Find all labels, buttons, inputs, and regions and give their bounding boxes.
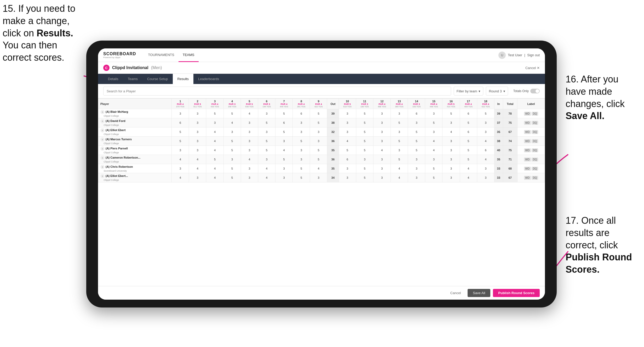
score-hole-1[interactable]: 3 bbox=[172, 146, 189, 155]
score-hole-16[interactable]: 5 bbox=[442, 109, 460, 118]
score-hole-14[interactable]: 3 bbox=[408, 164, 425, 173]
score-hole-7[interactable]: 5 bbox=[275, 127, 292, 137]
score-hole-8[interactable]: 3 bbox=[293, 127, 310, 137]
score-hole-16[interactable]: 3 bbox=[442, 137, 460, 146]
score-hole-1[interactable]: 4 bbox=[172, 173, 189, 182]
score-hole-8[interactable]: 3 bbox=[293, 155, 310, 164]
score-hole-3[interactable]: 4 bbox=[206, 137, 223, 146]
score-hole-6[interactable]: 5 bbox=[258, 137, 275, 146]
score-hole-14[interactable]: 3 bbox=[408, 118, 425, 127]
score-hole-12[interactable]: 3 bbox=[373, 118, 390, 127]
score-hole-13[interactable]: 5 bbox=[390, 155, 408, 164]
score-hole-3[interactable]: 4 bbox=[206, 127, 223, 137]
score-hole-11[interactable]: 5 bbox=[356, 109, 373, 118]
score-hole-4[interactable]: 5 bbox=[223, 164, 241, 173]
score-hole-17[interactable]: 6 bbox=[460, 127, 477, 137]
score-hole-2[interactable]: 3 bbox=[189, 137, 206, 146]
score-hole-8[interactable]: 6 bbox=[293, 109, 310, 118]
score-hole-10[interactable]: 6 bbox=[339, 155, 356, 164]
score-hole-2[interactable]: 4 bbox=[189, 164, 206, 173]
score-hole-13[interactable]: 3 bbox=[390, 127, 408, 137]
score-hole-14[interactable]: 5 bbox=[408, 127, 425, 137]
save-all-button[interactable]: Save All bbox=[468, 289, 490, 297]
score-hole-18[interactable]: 4 bbox=[477, 137, 494, 146]
score-hole-2[interactable]: 3 bbox=[189, 146, 206, 155]
score-hole-15[interactable]: 3 bbox=[425, 155, 442, 164]
score-hole-17[interactable]: 4 bbox=[460, 164, 477, 173]
score-hole-18[interactable]: 3 bbox=[477, 118, 494, 127]
score-hole-2[interactable]: 3 bbox=[189, 109, 206, 118]
publish-round-scores-button[interactable]: Publish Round Scores bbox=[493, 289, 540, 297]
nav-teams[interactable]: TEAMS bbox=[179, 48, 199, 62]
score-hole-6[interactable]: 3 bbox=[258, 155, 275, 164]
score-hole-5[interactable]: 3 bbox=[241, 137, 258, 146]
cancel-tournament-btn[interactable]: Cancel ✕ bbox=[525, 66, 540, 70]
score-hole-18[interactable]: 3 bbox=[477, 173, 494, 182]
score-hole-9[interactable]: 3 bbox=[310, 127, 327, 137]
score-hole-6[interactable]: 4 bbox=[258, 173, 275, 182]
score-hole-13[interactable]: 4 bbox=[390, 164, 408, 173]
score-hole-7[interactable]: 5 bbox=[275, 155, 292, 164]
dq-button[interactable]: DQ bbox=[532, 112, 538, 116]
score-hole-7[interactable]: 3 bbox=[275, 137, 292, 146]
score-hole-13[interactable]: 3 bbox=[390, 146, 408, 155]
filter-team-dropdown[interactable]: Filter by team ▾ bbox=[454, 87, 484, 96]
search-input[interactable] bbox=[103, 87, 451, 96]
score-hole-7[interactable]: 3 bbox=[275, 164, 292, 173]
score-hole-6[interactable]: 5 bbox=[258, 118, 275, 127]
score-hole-4[interactable]: 5 bbox=[223, 173, 241, 182]
dq-button[interactable]: DQ bbox=[532, 139, 538, 143]
score-hole-9[interactable]: 5 bbox=[310, 109, 327, 118]
score-hole-16[interactable]: 3 bbox=[442, 146, 460, 155]
score-hole-3[interactable]: 4 bbox=[206, 146, 223, 155]
score-hole-7[interactable]: 3 bbox=[275, 173, 292, 182]
totals-only-toggle[interactable]: Totals Only bbox=[513, 89, 540, 93]
score-hole-1[interactable]: 3 bbox=[172, 164, 189, 173]
sign-out-link[interactable]: Sign out bbox=[527, 53, 540, 57]
score-hole-16[interactable]: 3 bbox=[442, 155, 460, 164]
score-hole-10[interactable]: 5 bbox=[339, 146, 356, 155]
score-hole-11[interactable]: 5 bbox=[356, 173, 373, 182]
score-hole-12[interactable]: 4 bbox=[373, 146, 390, 155]
score-hole-9[interactable]: 3 bbox=[310, 137, 327, 146]
score-hole-4[interactable]: 4 bbox=[223, 118, 241, 127]
dq-button[interactable]: DQ bbox=[532, 167, 538, 171]
score-hole-2[interactable]: 4 bbox=[189, 155, 206, 164]
score-hole-12[interactable]: 3 bbox=[373, 155, 390, 164]
score-hole-4[interactable]: 5 bbox=[223, 137, 241, 146]
score-hole-18[interactable]: 4 bbox=[477, 155, 494, 164]
score-hole-5[interactable]: 3 bbox=[241, 146, 258, 155]
score-hole-13[interactable]: 4 bbox=[390, 173, 408, 182]
score-hole-4[interactable]: 5 bbox=[223, 109, 241, 118]
nav-tournaments[interactable]: TOURNAMENTS bbox=[144, 48, 179, 62]
score-hole-11[interactable]: 5 bbox=[356, 118, 373, 127]
score-hole-11[interactable]: 3 bbox=[356, 155, 373, 164]
dq-button[interactable]: DQ bbox=[532, 176, 538, 180]
score-hole-12[interactable]: 3 bbox=[373, 127, 390, 137]
score-hole-16[interactable]: 4 bbox=[442, 127, 460, 137]
score-hole-6[interactable]: 4 bbox=[258, 164, 275, 173]
score-hole-12[interactable]: 3 bbox=[373, 164, 390, 173]
score-hole-13[interactable]: 5 bbox=[390, 118, 408, 127]
score-hole-5[interactable]: 3 bbox=[241, 118, 258, 127]
score-hole-7[interactable]: 4 bbox=[275, 146, 292, 155]
score-hole-15[interactable]: 5 bbox=[425, 118, 442, 127]
score-hole-1[interactable]: 5 bbox=[172, 137, 189, 146]
score-hole-12[interactable]: 3 bbox=[373, 173, 390, 182]
score-hole-11[interactable]: 5 bbox=[356, 146, 373, 155]
score-hole-17[interactable]: 5 bbox=[460, 118, 477, 127]
score-hole-17[interactable]: 5 bbox=[460, 146, 477, 155]
score-hole-1[interactable]: 5 bbox=[172, 127, 189, 137]
score-hole-9[interactable]: 4 bbox=[310, 164, 327, 173]
score-hole-9[interactable]: 5 bbox=[310, 146, 327, 155]
tab-teams[interactable]: Teams bbox=[123, 74, 142, 84]
score-hole-5[interactable]: 3 bbox=[241, 127, 258, 137]
score-hole-17[interactable]: 5 bbox=[460, 137, 477, 146]
score-hole-5[interactable]: 4 bbox=[241, 109, 258, 118]
wd-button[interactable]: WD bbox=[524, 167, 531, 171]
score-hole-18[interactable]: 6 bbox=[477, 146, 494, 155]
dq-button[interactable]: DQ bbox=[532, 121, 538, 125]
toggle-control[interactable] bbox=[530, 89, 540, 93]
score-hole-13[interactable]: 5 bbox=[390, 137, 408, 146]
score-hole-3[interactable]: 5 bbox=[206, 155, 223, 164]
